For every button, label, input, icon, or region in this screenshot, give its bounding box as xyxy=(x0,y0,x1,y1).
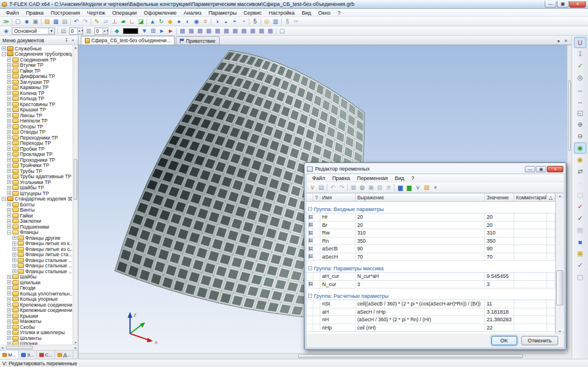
blend-icon[interactable]: ◆ xyxy=(166,18,175,26)
variable-expression[interactable]: 90 xyxy=(355,245,485,253)
tree-item[interactable]: +Фланцы стальные ... xyxy=(1,269,72,274)
tree-item[interactable]: +Угольники ТР xyxy=(1,179,72,185)
copy-icon[interactable]: ▣ xyxy=(367,184,375,192)
expand-icon[interactable]: + xyxy=(12,258,16,262)
variable-row[interactable]: nStceil((aSecB / 360) * (2 * pi * (cos(a… xyxy=(306,300,555,308)
expand-icon[interactable]: + xyxy=(7,119,11,123)
array-icon[interactable]: ◉ xyxy=(192,18,201,26)
cancel-button[interactable]: Отменить xyxy=(521,336,558,345)
new-view-window-icon[interactable]: ▢ xyxy=(574,271,586,283)
expand-icon[interactable]: + xyxy=(7,91,11,95)
expand-icon[interactable]: + xyxy=(12,253,16,257)
grid-icon[interactable]: ▦ xyxy=(349,184,358,192)
variable-row[interactable]: aSecH7070 xyxy=(306,253,555,261)
tree-item[interactable]: +Штуцеры ТР xyxy=(1,191,72,196)
expand-icon[interactable]: + xyxy=(7,69,11,73)
tree-item[interactable]: +Кольца ТР xyxy=(1,96,72,102)
tree-item[interactable]: +Проходники ТР xyxy=(1,157,72,163)
variable-expression[interactable]: 3 xyxy=(355,281,485,289)
dialog-menu-item-вид[interactable]: Вид xyxy=(391,174,408,182)
menu-item-построения[interactable]: Построения xyxy=(47,9,84,16)
shade-view-icon[interactable]: ■ xyxy=(574,236,586,247)
filter-icon[interactable]: ▼ xyxy=(140,27,149,35)
expand-icon[interactable]: + xyxy=(7,336,11,340)
tree-item[interactable]: +Отводы ТР xyxy=(1,130,72,135)
zoom-in-icon[interactable]: ⊕ xyxy=(574,119,586,130)
open-document-icon[interactable]: ▨ xyxy=(43,18,52,26)
toolbar-overflow-icon[interactable]: ▾ xyxy=(431,184,440,192)
group-header[interactable]: −Группа: Параметры массива xyxy=(306,264,555,273)
taper-icon[interactable]: ◔ xyxy=(239,18,248,26)
selection-filter-icon[interactable]: ▩ xyxy=(222,27,231,35)
new-window-icon[interactable]: ▣ xyxy=(31,18,40,26)
save-document-icon[interactable]: ▦ xyxy=(52,18,60,26)
variable-comment[interactable] xyxy=(514,245,547,253)
workplane-icon[interactable]: ▱ xyxy=(101,18,110,26)
expand-icon[interactable]: + xyxy=(7,191,11,195)
variable-expression[interactable]: ceil((aSecB / 360) * (2 * pi * (cos(aSec… xyxy=(355,300,485,308)
tree-item[interactable]: +Заглушки ТР xyxy=(1,79,72,85)
new-variable-icon[interactable]: v xyxy=(308,184,317,192)
variable-comment[interactable] xyxy=(514,213,547,222)
select-red-icon[interactable]: ► xyxy=(166,27,175,35)
expand-icon[interactable]: + xyxy=(7,225,11,229)
dimension-icon[interactable]: 5 xyxy=(251,18,259,26)
variable-row[interactable]: Br2020 xyxy=(306,222,555,230)
expand-icon[interactable]: + xyxy=(7,74,11,79)
selection-filter-icon[interactable]: ▩ xyxy=(204,27,213,35)
pan-view-icon[interactable]: · xyxy=(574,178,586,189)
panel-tab[interactable]: С... xyxy=(37,351,55,359)
variable-row[interactable]: aH_curN_cur*aH9.545455 xyxy=(306,273,555,281)
tree-item[interactable]: +Болты xyxy=(1,202,72,208)
tab-model-document[interactable]: Сфера_СБ_test-без объединени... xyxy=(81,36,175,45)
expand-icon[interactable]: + xyxy=(7,164,11,168)
expand-icon[interactable]: + xyxy=(7,331,11,335)
undo-icon[interactable]: ↶ xyxy=(72,18,81,26)
tree-item[interactable]: +Крестовины ТР xyxy=(1,101,72,107)
tree-item[interactable]: −Соединения трубопроводов xyxy=(1,52,72,57)
tree-item[interactable]: +Фланцы литые из к... xyxy=(1,241,72,247)
tree-item[interactable]: +Фланцы литые ста... xyxy=(1,252,72,258)
print-preview-icon[interactable]: ▤ xyxy=(574,225,586,236)
rotation-icon[interactable]: ↻ xyxy=(157,18,166,26)
variable-row[interactable]: Rw310310 xyxy=(306,229,555,237)
variable-comment[interactable] xyxy=(514,300,547,308)
expand-icon[interactable]: + xyxy=(7,308,11,312)
tree-item[interactable]: +Пробки ТР xyxy=(1,146,72,152)
panel-tab[interactable]: З... xyxy=(19,351,37,359)
expand-icon[interactable]: + xyxy=(7,135,11,140)
menu-item-файл[interactable]: Файл xyxy=(2,9,22,16)
dialog-title-bar[interactable]: Редактор переменных — ▣ × xyxy=(306,164,565,174)
fastener-icon[interactable]: ¤ xyxy=(201,18,210,26)
paste-icon[interactable]: ▥ xyxy=(375,184,384,192)
face-icon[interactable]: ◪ xyxy=(136,18,145,26)
tree-item[interactable]: +Трубы адаптивные ТР xyxy=(1,174,72,180)
ok-button[interactable]: OK xyxy=(491,336,517,345)
fit-width-icon[interactable]: ↔ xyxy=(574,84,586,95)
tree-item[interactable]: +Скобы xyxy=(1,324,72,330)
variable-comment[interactable] xyxy=(514,222,547,230)
paperclip-icon[interactable]: § xyxy=(283,18,292,26)
selection-filter-icon[interactable]: ▩ xyxy=(231,27,240,35)
coordinate-system-icon[interactable]: ⊥ xyxy=(110,18,119,26)
variable-comment[interactable] xyxy=(514,316,547,324)
expand-icon[interactable]: + xyxy=(12,264,16,268)
tree-item[interactable]: −Стандартные изделия 3D... xyxy=(1,196,72,202)
tree-item[interactable]: +Соединения ТР xyxy=(1,57,72,63)
menu-item-параметры[interactable]: Параметры xyxy=(205,9,240,16)
expand-icon[interactable]: + xyxy=(2,46,6,50)
expand-icon[interactable]: + xyxy=(7,186,11,190)
tree-item[interactable]: +Гайки ТР xyxy=(1,68,72,74)
sketch-icon[interactable]: ✎ xyxy=(93,18,101,26)
column-header[interactable]: Выражение xyxy=(355,193,485,201)
variable-row[interactable]: aHaSecH / nHp3.181818 xyxy=(306,308,555,317)
tree-item[interactable]: +Крепежные соединени... xyxy=(1,308,72,314)
variable-expression[interactable]: 20 xyxy=(355,222,485,230)
redo-icon[interactable]: ↷ xyxy=(337,184,346,192)
tree-item[interactable]: +Гайки xyxy=(1,213,72,219)
tree-item[interactable]: +Заклепки xyxy=(1,219,72,225)
wireframe-icon[interactable]: ▢ xyxy=(574,189,586,201)
column-header[interactable]: ? xyxy=(313,193,320,201)
variable-row[interactable]: N_cur33 xyxy=(306,281,555,289)
scroll-down-icon[interactable]: ▼ xyxy=(73,340,78,345)
